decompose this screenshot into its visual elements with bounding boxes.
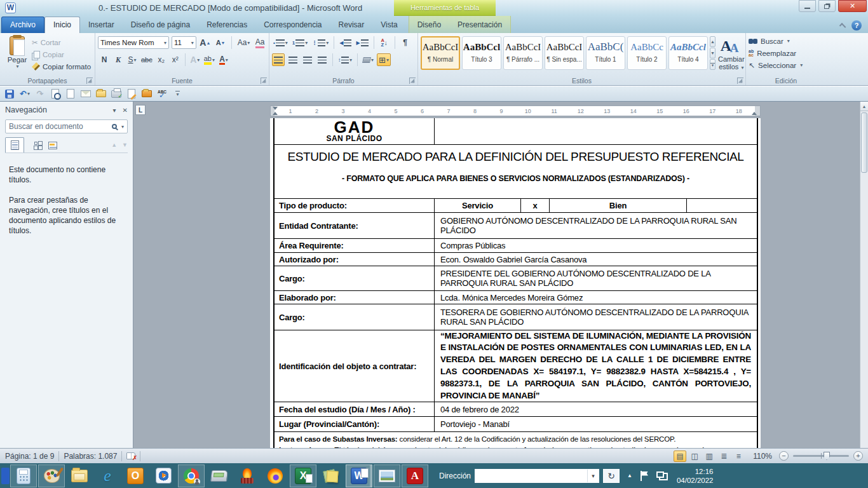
taskbar-file-explorer[interactable] — [66, 464, 93, 487]
replace-button[interactable]: abac Reemplazar — [749, 48, 824, 58]
taskbar-scanner[interactable] — [206, 464, 233, 487]
numbering-button[interactable]: 1▾ — [291, 36, 309, 49]
taskbar-autocad[interactable]: A — [402, 464, 428, 487]
scrollbar-thumb[interactable] — [861, 112, 867, 173]
multilevel-list-button[interactable]: ⋮▾ — [311, 36, 330, 49]
styles-scroll-up[interactable]: ▲ — [710, 36, 715, 47]
tab-diseno-de-pagina[interactable]: Diseño de página — [123, 17, 198, 33]
tipo-servicio-cell[interactable]: Servicio — [435, 199, 521, 212]
start-button[interactable] — [1, 468, 10, 484]
align-center-button[interactable] — [287, 53, 299, 66]
address-dropdown-icon[interactable]: ▾ — [587, 470, 599, 482]
search-options-dropdown-icon[interactable]: ▾ — [121, 124, 124, 130]
taskbar-sticky-notes[interactable] — [318, 464, 344, 487]
taskbar-calculator[interactable] — [10, 464, 37, 487]
taskbar-word[interactable]: W — [346, 464, 372, 487]
fecha-label[interactable]: Fecha del estudio (Día / Mes / Año) : — [275, 402, 435, 416]
document-table[interactable]: GAD SAN PLÁCIDO ESTUDIO DE MERCADO PARA … — [273, 118, 758, 448]
tab-insertar[interactable]: Insertar — [80, 17, 123, 33]
taskbar-internet-explorer[interactable]: e — [94, 464, 121, 487]
tab-stop-selector[interactable]: L — [135, 105, 146, 115]
edit-document-button[interactable] — [126, 88, 137, 100]
borders-button[interactable]: ⊞▾ — [377, 53, 391, 66]
area-value[interactable]: Compras Públicas — [435, 239, 757, 252]
print-layout-view-button[interactable]: ▤ — [674, 451, 686, 462]
bullets-button[interactable]: •▾ — [272, 36, 289, 49]
tipo-label[interactable]: Tipo de producto: — [275, 199, 435, 212]
zoom-in-button[interactable]: + — [853, 451, 863, 461]
sort-button[interactable]: AZ↓ — [378, 36, 391, 49]
autorizado-label[interactable]: Autorizado por: — [275, 253, 435, 266]
zoom-slider[interactable] — [793, 455, 849, 457]
right-indent-marker[interactable] — [752, 112, 757, 115]
show-paragraph-marks-button[interactable]: ¶ — [399, 36, 412, 49]
tab-correspondencia[interactable]: Correspondencia — [255, 17, 330, 33]
shrink-font-button[interactable]: A▼ — [214, 36, 227, 49]
document-search-input[interactable]: Buscar en documento ▾ — [5, 119, 128, 133]
superscript-button[interactable]: x² — [169, 53, 182, 66]
styles-more-button[interactable]: ▾ — [710, 59, 715, 70]
lugar-value[interactable]: Portoviejo - Manabí — [435, 417, 757, 431]
title-bar[interactable]: W 0.- ESTUDIO DE MERCADO [Modo de compat… — [0, 0, 868, 16]
taskbar-paint[interactable] — [38, 464, 65, 487]
close-button[interactable]: ✕ — [838, 0, 867, 12]
folder-options-button[interactable] — [141, 88, 153, 100]
format-painter-button[interactable]: Copiar formato — [32, 61, 91, 72]
font-color-button[interactable]: A▾ — [217, 53, 230, 66]
redo-button[interactable]: ↷ — [34, 88, 46, 100]
nav-tab-results[interactable] — [43, 137, 62, 152]
table-row[interactable]: GAD SAN PLÁCIDO — [275, 118, 757, 145]
nav-tab-headings[interactable] — [5, 137, 24, 152]
subscript-button[interactable]: x₂ — [155, 53, 168, 66]
web-layout-view-button[interactable]: ▥ — [703, 451, 715, 462]
entidad-label[interactable]: Entidad Contratante: — [275, 213, 435, 238]
collapse-ribbon-icon[interactable] — [839, 23, 846, 30]
lugar-label[interactable]: Lugar (Provincial/Cantón): — [275, 417, 435, 431]
table-row[interactable]: ESTUDIO DE MERCADO PARA LA DEFINICIÓN DE… — [275, 150, 757, 199]
fecha-value[interactable]: 04 de febrero de 2022 — [435, 402, 757, 416]
open-button[interactable] — [95, 88, 107, 100]
bold-button[interactable]: N — [98, 53, 111, 66]
tipo-x-cell[interactable]: x — [521, 199, 550, 212]
cargo1-label[interactable]: Cargo: — [275, 266, 435, 290]
cargo1-value[interactable]: PRESIDENTE DEL GOBIERNO AUTÓNOMO DESCENT… — [435, 266, 757, 290]
tab-presentacion[interactable]: Presentación — [449, 17, 510, 33]
next-heading-icon[interactable]: ▼ — [122, 142, 128, 148]
document-subtitle[interactable]: - FORMATO QUE APLICA PARA BIENES O SERVI… — [275, 174, 757, 183]
text-effects-button[interactable]: A▾ — [189, 53, 201, 66]
table-row[interactable]: Fecha del estudio (Día / Mes / Año) : 04… — [275, 402, 757, 417]
table-row[interactable]: Área Requirente: Compras Públicas — [275, 239, 757, 253]
paste-button[interactable]: Pegar ▾ — [3, 35, 32, 76]
save-button[interactable] — [4, 88, 15, 100]
zoom-slider-thumb[interactable] — [824, 452, 830, 460]
decrease-indent-button[interactable]: ◀ — [338, 36, 353, 49]
styles-scroll-down[interactable]: ▼ — [710, 48, 715, 58]
cargo2-label[interactable]: Cargo: — [275, 304, 435, 330]
taskbar-disc-burner[interactable] — [234, 464, 261, 487]
tipo-bien-cell[interactable]: Bien — [550, 199, 687, 212]
table-row[interactable]: Autorizado por: Econ. Oswaldo Gabriel Ga… — [275, 253, 757, 266]
network-icon[interactable] — [656, 471, 668, 480]
style-titulo-3[interactable]: AaBbCcl Título 3 — [462, 36, 501, 70]
spell-check-status-icon[interactable] — [126, 452, 135, 459]
table-row[interactable]: Cargo: PRESIDENTE DEL GOBIERNO AUTÓNOMO … — [275, 266, 757, 291]
hanging-indent-marker[interactable] — [273, 112, 278, 115]
style-titulo-4[interactable]: AaBbCcl Título 4 — [668, 36, 708, 70]
taskbar-chrome[interactable] — [178, 464, 205, 487]
address-input[interactable]: ▾ — [475, 469, 599, 483]
font-size-combo[interactable]: 11 ▾ — [172, 36, 196, 49]
taskbar-media-player[interactable] — [150, 464, 177, 487]
table-row[interactable]: Cargo: TESORERA DE GOBIERNO AUTÓNOMO DES… — [275, 304, 757, 330]
vertical-scrollbar[interactable]: ▲ — [860, 102, 868, 448]
align-left-button[interactable] — [272, 53, 285, 66]
change-case-button[interactable]: Aa▾ — [236, 36, 251, 49]
tab-inicio[interactable]: Inicio — [44, 17, 80, 33]
nav-tab-pages[interactable] — [24, 137, 43, 152]
table-row[interactable]: Tipo de producto: Servicio x Bien — [275, 199, 757, 213]
outline-view-button[interactable]: ≣ — [717, 451, 730, 462]
clipboard-dialog-launcher[interactable] — [86, 78, 93, 84]
qat-overflow-button[interactable]: ▾ — [172, 88, 183, 100]
word-count[interactable]: Palabras: 1.087 — [64, 452, 117, 461]
draft-view-button[interactable]: ≡ — [732, 451, 745, 462]
entidad-value[interactable]: GOBIERNO AUTÓNOMO DESCENTRALIZADO DE LA … — [435, 213, 757, 238]
